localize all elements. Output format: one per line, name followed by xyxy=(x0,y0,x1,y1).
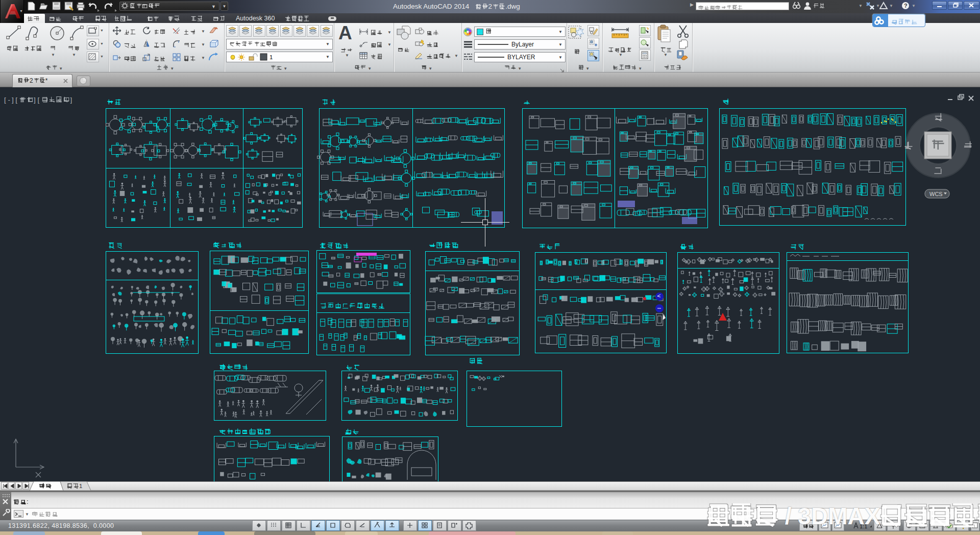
svg-text:-: - xyxy=(8,96,10,104)
svg-text:[: [ xyxy=(15,96,17,104)
svg-text:WCS: WCS xyxy=(929,191,943,197)
svg-text:[: [ xyxy=(38,96,40,104)
svg-text:]: ] xyxy=(70,96,72,104)
svg-text:]: ] xyxy=(34,96,36,104)
svg-text:?: ? xyxy=(904,3,908,9)
svg-text:1: 1 xyxy=(79,483,82,489)
svg-text:[: [ xyxy=(4,96,6,104)
svg-text:]: ] xyxy=(12,96,14,104)
